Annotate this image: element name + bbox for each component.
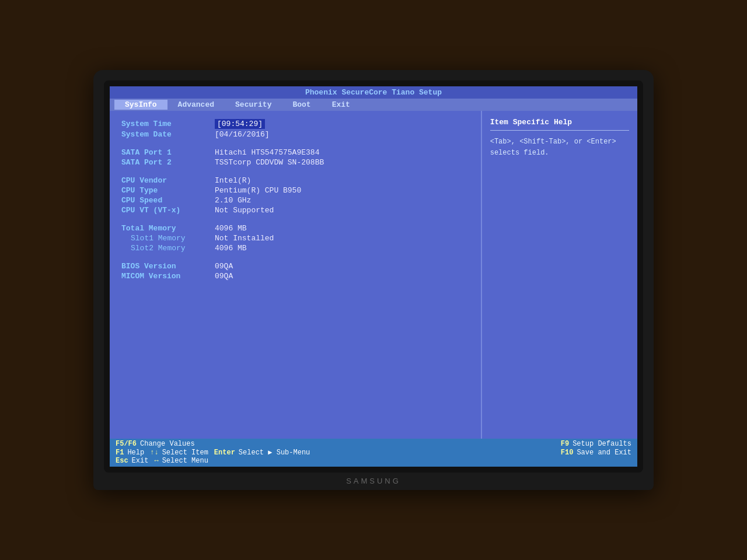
footer-f10: F10 Save and Exit (561, 449, 631, 457)
leftright-key: ↔ (154, 457, 158, 465)
section-memory: Total Memory 4096 MB Slot1 Memory Not In… (121, 224, 469, 253)
row-slot2-memory: Slot2 Memory 4096 MB (121, 244, 469, 253)
laptop-body: Phoenix SecureCore Tiano Setup SysInfo A… (93, 70, 654, 490)
footer-leftright: ↔ Select Menu (154, 457, 208, 465)
footer-f9: F9 Setup Defaults (561, 440, 631, 448)
bios-screen: Phoenix SecureCore Tiano Setup SysInfo A… (110, 86, 637, 467)
slot2-value: 4096 MB (215, 244, 247, 253)
menu-security[interactable]: Security (225, 100, 282, 110)
footer-enter: Enter Select ▶ Sub-Menu (214, 448, 310, 457)
footer-bottom-line: F1 Help ↑↓ Select Item Enter Select ▶ Su… (116, 448, 631, 457)
f5f6-key: F5/F6 (116, 440, 137, 448)
system-time-value[interactable]: [09:54:29] (215, 119, 265, 129)
f1-label: Help (127, 449, 144, 457)
footer-esc-line: Esc Exit ↔ Select Menu (116, 457, 631, 465)
section-versions: BIOS Version 09QA MICOM Version 09QA (121, 262, 469, 281)
footer-top-line: F5/F6 Change Values F9 Setup Defaults (116, 440, 631, 448)
bios-version-value: 09QA (215, 262, 233, 271)
slot2-label: Slot2 Memory (121, 244, 215, 253)
footer-f5f6: F5/F6 Change Values (116, 440, 195, 448)
screen-bezel: Phoenix SecureCore Tiano Setup SysInfo A… (104, 80, 643, 473)
footer-f1: F1 Help (116, 449, 144, 457)
row-bios-version: BIOS Version 09QA (121, 262, 469, 271)
row-cpu-vendor: CPU Vendor Intel(R) (121, 176, 469, 185)
bios-footer: F5/F6 Change Values F9 Setup Defaults F1… (110, 439, 637, 467)
enter-key: Enter (214, 449, 235, 457)
cpu-vendor-label: CPU Vendor (121, 176, 215, 185)
row-total-memory: Total Memory 4096 MB (121, 224, 469, 233)
help-text: <Tab>, <Shift-Tab>, or <Enter> selects f… (490, 136, 629, 159)
sata1-label: SATA Port 1 (121, 148, 215, 157)
bios-menu-bar[interactable]: SysInfo Advanced Security Boot Exit (110, 99, 637, 111)
select-item-label: Select Item (162, 449, 208, 457)
laptop-brand: SAMSUNG (346, 477, 401, 485)
slot1-value: Not Installed (215, 234, 274, 243)
setup-defaults-label: Setup Defaults (573, 440, 631, 448)
f1-key: F1 (116, 449, 124, 457)
esc-label: Exit (132, 457, 149, 465)
bios-right-panel: Item Specific Help <Tab>, <Shift-Tab>, o… (482, 111, 637, 439)
cpu-type-label: CPU Type (121, 186, 215, 195)
row-cpu-speed: CPU Speed 2.10 GHz (121, 196, 469, 205)
bios-title-bar: Phoenix SecureCore Tiano Setup (110, 86, 637, 99)
updown-key: ↑↓ (150, 449, 158, 457)
row-micom-version: MICOM Version 09QA (121, 272, 469, 281)
section-system-datetime: System Time [09:54:29] System Date [04/1… (121, 119, 469, 139)
save-exit-label: Save and Exit (577, 449, 631, 457)
f9-key: F9 (561, 440, 569, 448)
cpu-vt-label: CPU VT (VT-x) (121, 206, 215, 215)
section-sata: SATA Port 1 Hitachi HTS547575A9E384 SATA… (121, 148, 469, 167)
row-sata2: SATA Port 2 TSSTcorp CDDVDW SN-208BB (121, 158, 469, 167)
f10-key: F10 (561, 449, 574, 457)
sata2-label: SATA Port 2 (121, 158, 215, 167)
cpu-speed-label: CPU Speed (121, 196, 215, 205)
footer-esc: Esc Exit (116, 457, 148, 465)
select-menu-label: Select Menu (162, 457, 208, 465)
row-sata1: SATA Port 1 Hitachi HTS547575A9E384 (121, 148, 469, 157)
total-memory-value: 4096 MB (215, 224, 247, 233)
bios-version-label: BIOS Version (121, 262, 215, 271)
help-title: Item Specific Help (490, 118, 629, 131)
sub-menu-label: Select ▶ Sub-Menu (239, 448, 310, 457)
menu-advanced[interactable]: Advanced (167, 100, 225, 110)
row-slot1-memory: Slot1 Memory Not Installed (121, 234, 469, 243)
menu-sysinfo[interactable]: SysInfo (114, 100, 167, 110)
system-date-label: System Date (121, 130, 215, 139)
system-time-label: System Time (121, 120, 215, 128)
bios-title: Phoenix SecureCore Tiano Setup (305, 88, 442, 97)
row-system-time: System Time [09:54:29] (121, 119, 469, 129)
menu-exit[interactable]: Exit (322, 100, 361, 110)
menu-boot[interactable]: Boot (282, 100, 321, 110)
esc-key: Esc (116, 457, 128, 465)
footer-updown: ↑↓ Select Item (150, 449, 208, 457)
micom-version-label: MICOM Version (121, 272, 215, 281)
micom-version-value: 09QA (215, 272, 233, 281)
sata2-value: TSSTcorp CDDVDW SN-208BB (215, 158, 324, 167)
cpu-vt-value: Not Supported (215, 206, 274, 215)
total-memory-label: Total Memory (121, 224, 215, 233)
row-cpu-vt: CPU VT (VT-x) Not Supported (121, 206, 469, 215)
row-system-date: System Date [04/16/2016] (121, 130, 469, 139)
cpu-speed-value: 2.10 GHz (215, 196, 251, 205)
cpu-vendor-value: Intel(R) (215, 176, 251, 185)
bios-main-content: System Time [09:54:29] System Date [04/1… (110, 111, 637, 439)
bios-left-panel: System Time [09:54:29] System Date [04/1… (110, 111, 482, 439)
row-cpu-type: CPU Type Pentium(R) CPU B950 (121, 186, 469, 195)
system-date-value: [04/16/2016] (215, 130, 270, 139)
cpu-type-value: Pentium(R) CPU B950 (215, 186, 301, 195)
sata1-value: Hitachi HTS547575A9E384 (215, 148, 319, 157)
slot1-label: Slot1 Memory (121, 234, 215, 243)
section-cpu: CPU Vendor Intel(R) CPU Type Pentium(R) … (121, 176, 469, 215)
change-values-label: Change Values (140, 440, 195, 448)
